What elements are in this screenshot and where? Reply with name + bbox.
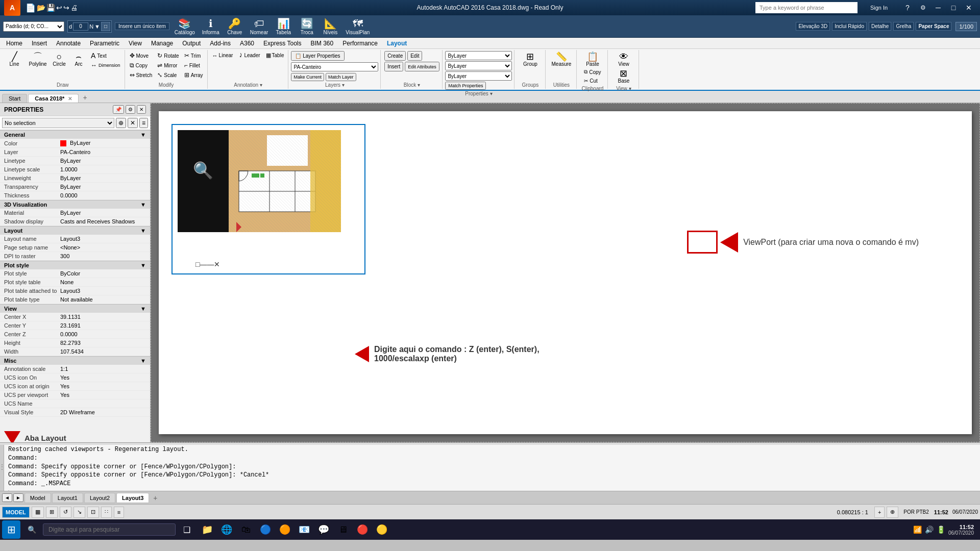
close-btn[interactable]: ✕ — [962, 2, 976, 13]
toolbar-visualplan[interactable]: 🗺VisualPlan — [344, 17, 372, 36]
menu-manage[interactable]: Manage — [147, 39, 177, 48]
ribbon-btn-fillet[interactable]: ⌐ Fillet — [182, 61, 205, 70]
taskbar-app-blue[interactable]: 🔵 — [256, 520, 275, 539]
quick-access-undo[interactable]: ↩ — [56, 4, 62, 12]
layer-selector[interactable]: PA-Canteiro — [291, 62, 378, 71]
ribbon-btn-cut[interactable]: ✂ Cut — [582, 77, 603, 85]
status-annot-btn[interactable]: ⊕ — [887, 507, 898, 518]
main-canvas-area[interactable]: 🔍 □——✕ ViewPort (para criar uma nova o c… — [151, 103, 980, 442]
quick-access-redo[interactable]: ↪ — [63, 4, 69, 12]
quick-access-open[interactable]: 📂 — [37, 4, 45, 12]
task-view-btn[interactable]: ❑ — [178, 520, 196, 539]
layout-tab-model[interactable]: Model — [24, 493, 51, 503]
ribbon-btn-linear[interactable]: ↔Linear — [210, 51, 235, 60]
toolbar-dropdown-arrow[interactable]: ▼ — [94, 23, 100, 30]
props-btn3[interactable]: ≡ — [139, 118, 148, 128]
doc-tab-close[interactable]: ✕ — [68, 96, 72, 102]
menu-a360[interactable]: A360 — [236, 39, 258, 48]
minimize-btn[interactable]: ─ — [931, 2, 945, 13]
props-settings-btn[interactable]: ⚙ — [126, 105, 135, 114]
taskbar-app-monitor[interactable]: 🖥 — [334, 520, 352, 539]
status-lwt-btn[interactable]: ≡ — [114, 507, 124, 518]
toolbar-informa[interactable]: ℹInforma — [200, 16, 222, 36]
ribbon-btn-dimension[interactable]: ↔ Dimension — [89, 61, 122, 69]
quick-access-plot[interactable]: 🖨 — [70, 4, 78, 12]
menu-addins[interactable]: Add-ins — [206, 39, 235, 48]
paper-space[interactable]: 🔍 □——✕ — [159, 111, 972, 434]
viewport-box[interactable]: 🔍 □——✕ — [172, 124, 365, 274]
ribbon-btn-group[interactable]: ⊞ Group — [519, 51, 542, 68]
ribbon-btn-text[interactable]: A Text — [89, 51, 122, 60]
match-props-btn[interactable]: Match Properties — [445, 82, 486, 90]
ribbon-btn-leader[interactable]: ⤸Leader — [236, 51, 262, 60]
ribbon-btn-stretch[interactable]: ⇔ Stretch — [128, 70, 155, 80]
layout-tab-layout1[interactable]: Layout1 — [52, 493, 83, 503]
grelha-btn[interactable]: Grelha — [893, 22, 914, 31]
status-polar-btn[interactable]: ↘ — [74, 507, 85, 518]
taskbar-app-edge[interactable]: 🌐 — [217, 520, 236, 539]
command-side-handle[interactable]: ⋮ — [0, 443, 4, 491]
ribbon-btn-rotate[interactable]: ↻ Rotate — [155, 51, 181, 60]
toolbar-square-btn[interactable]: □ — [101, 22, 110, 31]
lineweight-selector[interactable]: ByLayer — [445, 71, 512, 81]
toolbar-chave[interactable]: 🔑Chave — [225, 16, 245, 36]
elevacao3d-btn[interactable]: Elevação 3D — [796, 22, 830, 31]
status-snap-btn[interactable]: ⊞ — [46, 507, 58, 518]
doc-tab-casa2018[interactable]: Casa 2018* ✕ — [28, 94, 79, 103]
taskbar-app-orange[interactable]: 🟠 — [276, 520, 294, 539]
taskbar-app-chat[interactable]: 💬 — [314, 520, 333, 539]
status-osnap-btn[interactable]: ⊡ — [87, 507, 99, 518]
detalhe-btn[interactable]: Detalhe — [869, 22, 891, 31]
sign-in-btn[interactable]: Sign In — [859, 2, 899, 13]
menu-layout[interactable]: Layout — [383, 39, 411, 48]
ribbon-btn-create-block[interactable]: Create — [384, 51, 406, 61]
taskbar-app-red[interactable]: 🔴 — [353, 520, 372, 539]
make-current-btn[interactable]: Make Current — [291, 73, 324, 81]
toolbar-troca[interactable]: 🔄Troca — [297, 16, 317, 36]
menu-home[interactable]: Home — [2, 39, 27, 48]
doc-tab-start[interactable]: Start — [2, 94, 27, 103]
section-3dviz[interactable]: 3D Visualization ▼ — [0, 200, 150, 209]
taskbar-app-explorer[interactable]: 📁 — [198, 520, 216, 539]
status-otrack-btn[interactable]: ∷ — [101, 507, 112, 518]
status-plus-btn[interactable]: + — [874, 507, 885, 518]
ribbon-btn-measure[interactable]: 📏 Measure — [550, 51, 574, 68]
toolbar-val-input[interactable] — [73, 22, 88, 31]
props-close-btn[interactable]: ✕ — [137, 105, 146, 114]
start-btn[interactable]: ⊞ — [2, 520, 20, 539]
ribbon-btn-array[interactable]: ⊞ Array — [182, 70, 205, 80]
layout-tabs-scroll-right[interactable]: ► — [13, 493, 23, 502]
layer-props-btn[interactable]: 📋 Layer Properties — [291, 51, 344, 61]
toolbar-catalogo[interactable]: 📚Catálogo — [173, 16, 197, 36]
section-general[interactable]: General ▼ — [0, 130, 150, 139]
ribbon-btn-line[interactable]: ╱ Line — [3, 51, 26, 68]
ribbon-btn-circle[interactable]: ○ Circle — [50, 51, 68, 68]
settings-btn[interactable]: ⚙ — [916, 2, 930, 13]
ribbon-btn-copy[interactable]: ⧉ Copy — [128, 61, 155, 70]
menu-bim360[interactable]: BIM 360 — [307, 39, 338, 48]
ribbon-btn-table[interactable]: ▦Table — [264, 51, 286, 60]
ribbon-btn-edit-attr[interactable]: Edit Attributes — [405, 62, 439, 71]
match-layer-btn[interactable]: Match Layer — [326, 73, 356, 81]
linetype-selector[interactable]: ByLayer — [445, 61, 512, 70]
help-btn[interactable]: ? — [900, 2, 915, 13]
menu-express[interactable]: Express Tools — [259, 39, 305, 48]
ribbon-btn-polyline[interactable]: ⌒ Polyline — [27, 51, 49, 68]
quick-access-new[interactable]: 📄 — [26, 3, 36, 13]
menu-performance[interactable]: Performance — [338, 39, 382, 48]
taskbar-app-yellow[interactable]: 🟡 — [373, 520, 391, 539]
inclui-rapido-btn[interactable]: Inclui Rápido — [832, 22, 867, 31]
ribbon-btn-move[interactable]: ✥ Move — [128, 51, 155, 60]
props-btn2[interactable]: ✕ — [128, 118, 138, 128]
taskbar-app-mail[interactable]: 📧 — [295, 520, 313, 539]
ribbon-btn-paste[interactable]: 📋 Paste — [581, 51, 604, 68]
menu-output[interactable]: Output — [178, 39, 205, 48]
taskbar-search-input[interactable] — [43, 523, 176, 536]
properties-object-selector[interactable]: No selection — [2, 118, 114, 128]
toolbar-niveis[interactable]: 📐Níveis — [320, 16, 340, 36]
layout-tab-layout3[interactable]: Layout3 — [116, 493, 149, 503]
props-pin-btn[interactable]: 📌 — [113, 105, 124, 114]
menu-view[interactable]: View — [125, 39, 146, 48]
section-misc[interactable]: Misc ▼ — [0, 356, 150, 365]
maximize-btn[interactable]: □ — [946, 2, 961, 13]
